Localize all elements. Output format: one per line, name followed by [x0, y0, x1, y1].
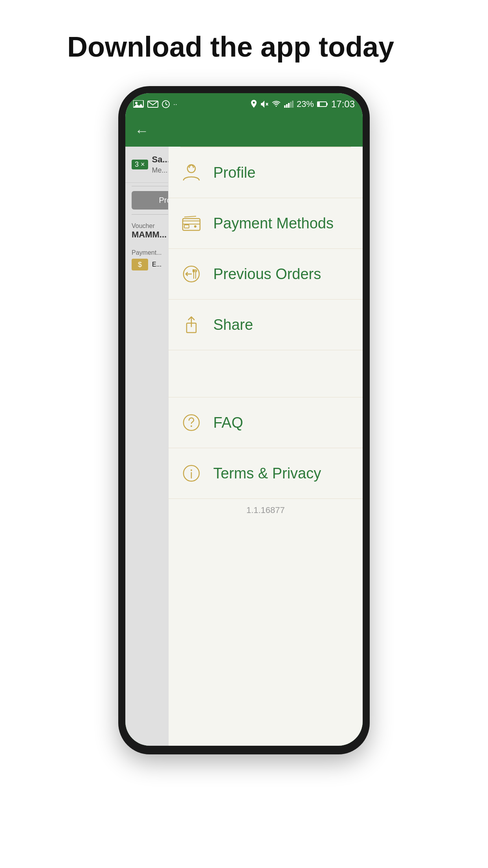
menu-item-profile[interactable]: Profile	[169, 147, 363, 198]
wifi-status-icon	[272, 101, 281, 108]
menu-item-share[interactable]: Share	[169, 300, 363, 350]
bg-item-name: Sa...	[152, 154, 170, 165]
battery-percent: 23%	[297, 99, 314, 109]
svg-line-5	[166, 104, 167, 105]
question-icon	[180, 412, 202, 434]
side-drawer: Profile Payment Methods	[168, 147, 363, 746]
phone-screen: ··	[125, 93, 363, 746]
svg-rect-10	[284, 105, 286, 108]
svg-rect-21	[184, 225, 189, 228]
info-icon	[180, 462, 202, 484]
cash-icon: $	[132, 259, 148, 270]
svg-rect-12	[288, 103, 290, 108]
clock-status-icon	[161, 100, 170, 108]
svg-point-32	[191, 469, 192, 471]
wallet-icon	[180, 212, 202, 234]
orders-icon	[180, 263, 202, 285]
menu-item-terms-privacy[interactable]: Terms & Privacy	[169, 448, 363, 499]
battery-status-icon	[317, 101, 328, 107]
menu-item-previous-orders[interactable]: Previous Orders	[169, 249, 363, 300]
page-title: Download the app today	[67, 31, 421, 63]
menu-spacer	[169, 350, 363, 397]
status-bar: ··	[125, 93, 363, 115]
svg-rect-20	[183, 221, 200, 224]
status-right-icons: 23% 17:03	[250, 99, 355, 110]
svg-rect-17	[327, 103, 328, 105]
svg-point-30	[191, 425, 192, 427]
mute-status-icon	[261, 100, 268, 108]
back-button[interactable]: ←	[135, 123, 149, 139]
svg-point-6	[253, 102, 255, 104]
previous-orders-label: Previous Orders	[213, 266, 321, 283]
menu-item-faq[interactable]: FAQ	[169, 397, 363, 448]
svg-point-18	[187, 165, 195, 173]
version-text: 1.1.16877	[169, 499, 363, 522]
location-status-icon	[250, 100, 257, 108]
profile-label: Profile	[213, 164, 256, 181]
gmail-status-icon	[147, 100, 158, 108]
svg-rect-11	[286, 104, 288, 108]
svg-point-1	[135, 102, 138, 104]
terms-privacy-label: Terms & Privacy	[213, 465, 321, 482]
svg-rect-14	[292, 101, 294, 108]
svg-point-23	[194, 225, 196, 228]
svg-rect-16	[317, 102, 320, 106]
menu-item-payment-methods[interactable]: Payment Methods	[169, 198, 363, 249]
svg-marker-7	[261, 101, 264, 108]
share-icon	[180, 314, 202, 336]
bg-payment-method: E...	[152, 261, 161, 268]
image-status-icon	[133, 100, 144, 108]
faq-label: FAQ	[213, 414, 243, 431]
bg-item-count: 3 ×	[132, 160, 148, 169]
person-icon	[180, 162, 202, 184]
status-left-icons: ··	[133, 100, 177, 108]
payment-methods-label: Payment Methods	[213, 215, 334, 232]
phone-frame: ··	[118, 86, 370, 754]
time-display: 17:03	[331, 99, 355, 110]
signal-status-icon	[284, 101, 294, 108]
app-header: ←	[125, 115, 363, 147]
dots-status-icon: ··	[173, 100, 177, 108]
svg-rect-13	[290, 102, 292, 108]
share-label: Share	[213, 316, 253, 333]
bg-item-sub: Me...	[152, 166, 170, 175]
